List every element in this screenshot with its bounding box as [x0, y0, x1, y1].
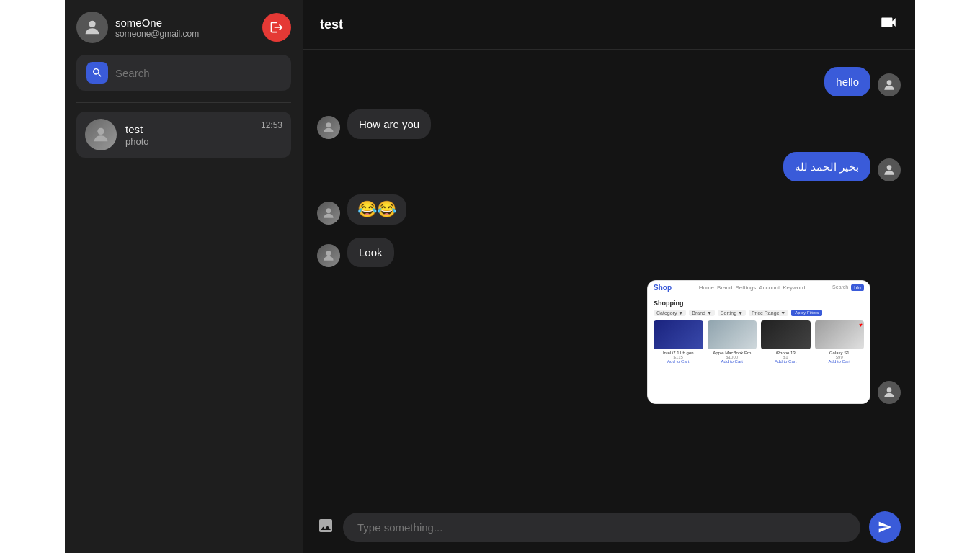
svg-point-5	[326, 208, 331, 213]
contact-name: test	[125, 123, 143, 135]
ss-filter: Sorting ▼	[718, 310, 746, 316]
svg-point-1	[97, 128, 104, 135]
ss-products: Intel i7 11th gen $115 Add to Cart Apple…	[654, 320, 864, 364]
chat-list-item[interactable]: test photo 12:53	[76, 112, 291, 158]
ss-header: Shop Home Brand Settings Account Keyword…	[648, 281, 870, 295]
message-row: How are you	[317, 109, 901, 139]
chat-time: 12:53	[261, 120, 282, 130]
ss-shopping-title: Shopping	[654, 300, 864, 307]
message-bubble-hello: hello	[824, 67, 870, 96]
user-details: someOne someone@gmail.com	[115, 17, 199, 39]
svg-point-6	[326, 251, 331, 256]
user-avatar	[76, 12, 108, 43]
product-img-3: ♥	[815, 320, 865, 349]
message-row: Look	[317, 238, 901, 267]
outgoing-avatar-1	[878, 73, 901, 96]
send-button[interactable]	[869, 511, 901, 543]
svg-point-0	[89, 21, 95, 27]
ss-product: Apple MacBook Pro $1000 Add to Cart	[708, 320, 757, 364]
contact-avatar	[85, 119, 117, 150]
chat-header: test	[303, 0, 915, 50]
add-to-cart-3[interactable]: Add to Cart	[829, 359, 850, 364]
ss-product: iPhone 13 $1 Add to Cart	[761, 320, 811, 364]
chat-info: test photo	[125, 123, 252, 147]
message-row: 😂😂	[317, 194, 901, 225]
logout-button[interactable]	[262, 13, 291, 42]
ss-product: Intel i7 11th gen $115 Add to Cart	[654, 320, 703, 364]
sidebar-header: someOne someone@gmail.com	[76, 12, 291, 43]
chat-title: test	[320, 17, 343, 32]
message-bubble-arabic: بخير الحمد لله	[783, 152, 870, 181]
ss-filters: Category ▼ Brand ▼ Sorting ▼ Price Range…	[654, 310, 864, 316]
user-info: someOne someone@gmail.com	[76, 12, 199, 43]
ss-logo: Shop	[654, 284, 672, 292]
product-img-1	[708, 320, 757, 349]
chat-main: test hello	[303, 0, 915, 553]
sidebar: someOne someone@gmail.com	[65, 0, 303, 553]
incoming-avatar-2	[317, 202, 340, 225]
attach-button[interactable]	[317, 517, 334, 538]
ss-actions: Search btn	[832, 284, 864, 291]
ss-filter: Price Range ▼	[749, 310, 788, 316]
messages-area: hello How are you	[303, 50, 915, 501]
message-row: Shop Home Brand Settings Account Keyword…	[317, 280, 901, 404]
ss-body: Shopping Category ▼ Brand ▼ Sorting ▼ Pr…	[648, 295, 870, 403]
svg-point-3	[326, 122, 331, 127]
svg-point-2	[887, 80, 892, 85]
message-bubble-howareyou: How are you	[347, 109, 431, 139]
product-img-2	[761, 320, 811, 349]
screenshot-inner: Shop Home Brand Settings Account Keyword…	[648, 281, 870, 403]
app-container: someOne someone@gmail.com	[65, 0, 915, 553]
ss-filter: Brand ▼	[689, 310, 715, 316]
svg-point-4	[887, 165, 892, 170]
search-icon	[86, 62, 108, 84]
incoming-avatar-1	[317, 116, 340, 139]
contact-avatar-img	[85, 119, 117, 150]
message-input[interactable]	[343, 513, 860, 542]
ss-product: ♥ Galaxy S1 $99 Add to Cart	[815, 320, 865, 364]
outgoing-avatar-2	[878, 158, 901, 181]
add-to-cart-1[interactable]: Add to Cart	[721, 359, 743, 364]
add-to-cart-0[interactable]: Add to Cart	[667, 359, 689, 364]
message-row: hello	[317, 67, 901, 96]
message-row: بخير الحمد لله	[317, 152, 901, 181]
user-name: someOne	[115, 17, 199, 29]
message-bubble-look: Look	[347, 238, 394, 267]
add-to-cart-2[interactable]: Add to Cart	[775, 359, 796, 364]
product-img-0	[654, 320, 703, 349]
svg-point-7	[887, 387, 892, 392]
input-area	[303, 501, 915, 553]
video-call-icon[interactable]	[879, 13, 898, 36]
message-bubble-emoji: 😂😂	[347, 194, 406, 225]
screenshot-bubble: Shop Home Brand Settings Account Keyword…	[647, 280, 870, 404]
chat-preview: photo	[125, 136, 252, 147]
outgoing-avatar-3	[878, 381, 901, 404]
apply-filter: Apply Filters	[791, 310, 822, 316]
search-input[interactable]	[115, 67, 281, 79]
ss-nav: Home Brand Settings Account Keyword	[699, 284, 806, 291]
user-email: someone@gmail.com	[115, 29, 199, 39]
ss-filter: Category ▼	[654, 310, 686, 316]
search-box[interactable]	[76, 55, 291, 91]
divider	[76, 102, 291, 103]
incoming-avatar-3	[317, 244, 340, 267]
